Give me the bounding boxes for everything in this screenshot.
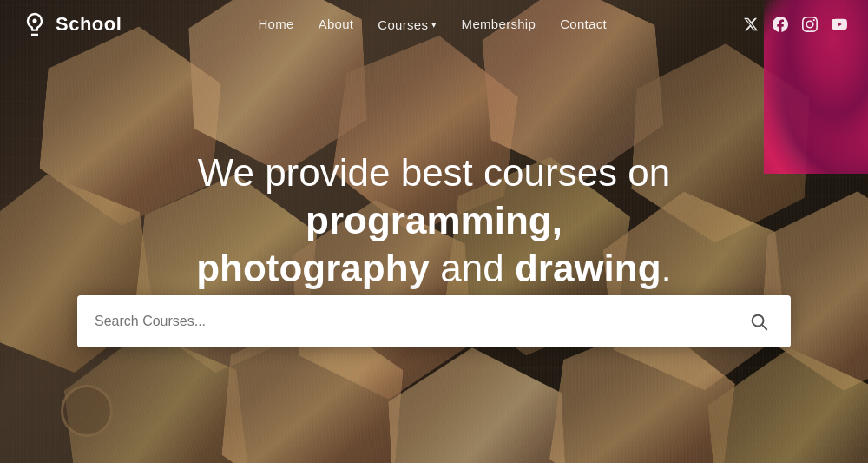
search-bar (77, 295, 791, 347)
hero-highlight-photography: photography (196, 246, 430, 288)
nav-item-membership[interactable]: Membership (462, 17, 536, 32)
nav-link-courses[interactable]: Courses ▾ (378, 17, 437, 32)
hero-highlight1: programming, (306, 198, 562, 241)
hero-title-part1: We provide best courses on (198, 150, 671, 193)
social-icons (743, 17, 847, 32)
clock-decoration (61, 385, 113, 437)
search-button[interactable] (744, 307, 773, 336)
svg-line-2 (762, 325, 766, 329)
youtube-icon[interactable] (832, 17, 847, 32)
chevron-down-icon: ▾ (431, 19, 437, 30)
nav-link-home[interactable]: Home (258, 17, 293, 31)
nav-links: Home About Courses ▾ Membership Contact (258, 17, 607, 32)
search-container (39, 295, 829, 347)
svg-point-0 (34, 20, 36, 23)
hero-title-and: and (430, 246, 515, 288)
search-input[interactable] (95, 314, 744, 329)
hero-title-period: . (661, 246, 672, 288)
twitter-icon[interactable] (743, 17, 759, 32)
nav-link-contact[interactable]: Contact (560, 17, 607, 31)
navbar: School Home About Courses ▾ Membership C… (0, 0, 868, 49)
nav-item-courses[interactable]: Courses ▾ (378, 17, 437, 32)
hero-title: We provide best courses on programming, … (65, 148, 803, 291)
facebook-icon[interactable] (773, 17, 788, 32)
brand-name: School (56, 13, 122, 36)
nav-item-home[interactable]: Home (258, 17, 293, 32)
nav-item-about[interactable]: About (319, 17, 354, 32)
nav-link-membership[interactable]: Membership (462, 17, 536, 31)
nav-item-contact[interactable]: Contact (560, 17, 607, 32)
search-icon (749, 312, 768, 331)
brand-logo[interactable]: School (21, 10, 122, 38)
hero-highlight-drawing: drawing (515, 246, 661, 288)
nav-link-about[interactable]: About (319, 17, 354, 31)
instagram-icon[interactable] (802, 17, 818, 32)
lightbulb-icon (21, 10, 49, 38)
